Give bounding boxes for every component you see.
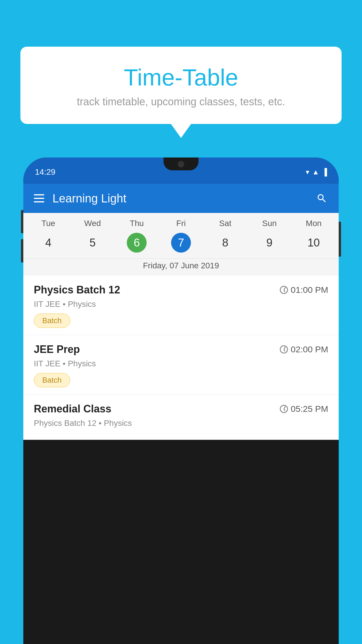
app-title: Learning Light [52, 192, 126, 205]
status-icons: ▾ ▲ ▐ [306, 168, 327, 176]
selected-date-label: Friday, 07 June 2019 [23, 258, 339, 276]
class-time: 02:00 PM [280, 344, 328, 354]
calendar-day-header: Sat [203, 219, 247, 228]
batch-badge: Batch [34, 373, 70, 387]
day-headers: TueWedThuFriSatSunMon [23, 213, 339, 230]
class-item[interactable]: JEE Prep02:00 PMIIT JEE • PhysicsBatch [23, 335, 339, 395]
calendar-day-header: Fri [159, 219, 203, 228]
phone-notch [164, 158, 198, 170]
day-numbers: 45678910 [23, 230, 339, 258]
calendar-date-number[interactable]: 7 [171, 233, 191, 253]
speech-bubble: Time-Table track timetable, upcoming cla… [20, 47, 342, 124]
calendar-day-header: Tue [26, 219, 71, 228]
calendar-day-header: Wed [71, 219, 115, 228]
clock-icon [280, 405, 288, 413]
class-meta: IIT JEE • Physics [34, 359, 328, 368]
calendar-day-header: Thu [115, 219, 159, 228]
status-bar: 14:29 ▾ ▲ ▐ [23, 158, 339, 184]
status-time: 14:29 [35, 167, 55, 177]
class-name: JEE Prep [34, 343, 80, 356]
class-meta: Physics Batch 12 • Physics [34, 419, 328, 428]
speech-bubble-container: Time-Table track timetable, upcoming cla… [20, 47, 342, 124]
calendar-date-number[interactable]: 10 [291, 233, 336, 253]
class-item[interactable]: Physics Batch 1201:00 PMIIT JEE • Physic… [23, 276, 339, 335]
hamburger-menu-button[interactable] [34, 194, 44, 202]
hamburger-line-2 [34, 198, 44, 199]
battery-icon: ▐ [322, 168, 327, 176]
hamburger-line-1 [34, 194, 44, 195]
class-time-text: 05:25 PM [291, 404, 328, 414]
hamburger-line-3 [34, 201, 44, 202]
bubble-title: Time-Table [32, 64, 330, 91]
class-time-text: 02:00 PM [291, 344, 328, 354]
calendar-date-number[interactable]: 4 [26, 233, 71, 253]
calendar-day-header: Sun [247, 219, 292, 228]
class-meta: IIT JEE • Physics [34, 300, 328, 309]
class-time: 05:25 PM [280, 404, 328, 414]
toolbar-left: Learning Light [34, 192, 126, 205]
class-name: Physics Batch 12 [34, 284, 120, 296]
calendar-date-number[interactable]: 9 [247, 233, 292, 253]
calendar-strip: TueWedThuFriSatSunMon 45678910 Friday, 0… [23, 213, 339, 276]
front-camera [178, 161, 184, 167]
class-item-header: Physics Batch 1201:00 PM [34, 284, 328, 296]
calendar-date-number[interactable]: 8 [203, 233, 247, 253]
wifi-icon: ▾ [306, 168, 309, 176]
signal-icon: ▲ [312, 168, 319, 176]
app-toolbar: Learning Light [23, 184, 339, 213]
class-list: Physics Batch 1201:00 PMIIT JEE • Physic… [23, 276, 339, 440]
search-button[interactable] [315, 192, 328, 205]
clock-icon [280, 286, 288, 294]
class-name: Remedial Class [34, 403, 111, 415]
phone-frame: 14:29 ▾ ▲ ▐ Learning Light TueWedThuFriS… [23, 158, 339, 644]
batch-badge: Batch [34, 314, 70, 328]
class-item-header: Remedial Class05:25 PM [34, 403, 328, 415]
clock-icon [280, 345, 288, 354]
class-time-text: 01:00 PM [291, 285, 328, 295]
calendar-date-number[interactable]: 6 [127, 233, 147, 253]
search-icon [316, 193, 327, 204]
calendar-date-number[interactable]: 5 [71, 233, 115, 253]
class-item-header: JEE Prep02:00 PM [34, 343, 328, 356]
class-time: 01:00 PM [280, 285, 328, 295]
bubble-subtitle: track timetable, upcoming classes, tests… [32, 96, 330, 108]
class-item[interactable]: Remedial Class05:25 PMPhysics Batch 12 •… [23, 395, 339, 440]
calendar-day-header: Mon [291, 219, 336, 228]
